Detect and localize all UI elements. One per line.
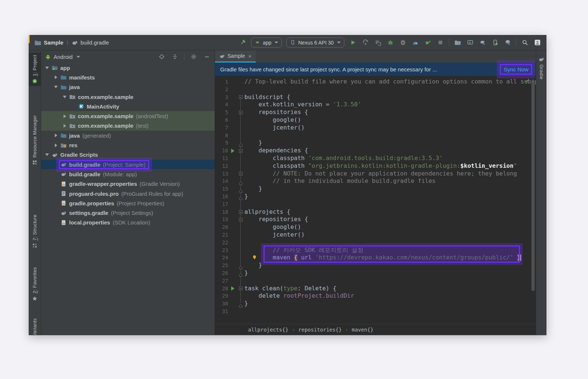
fold-marker-icon[interactable] — [237, 264, 244, 268]
device-file-explorer-button[interactable] — [453, 39, 462, 47]
tree-item-app[interactable]: app — [41, 63, 215, 72]
device-manager-button[interactable] — [491, 39, 499, 47]
attach-debugger-process-button[interactable] — [424, 39, 432, 47]
code-line-2[interactable]: 2 — [215, 86, 536, 93]
collapse-arrow-icon[interactable] — [53, 134, 59, 137]
code-line-5[interactable]: 5 repositories { — [215, 109, 536, 116]
sync-project-gradle-button[interactable] — [478, 39, 487, 47]
fold-marker-icon[interactable] — [237, 210, 244, 214]
intention-bulb-icon[interactable] — [252, 255, 258, 261]
code-line-26[interactable]: 26} — [215, 269, 536, 277]
tree-item-manifests[interactable]: manifests — [41, 72, 215, 82]
tree-item-gradle-scripts[interactable]: Gradle Scripts — [41, 150, 215, 160]
tree-item-java[interactable]: java — [41, 82, 215, 92]
build-hammer-button[interactable] — [239, 39, 247, 47]
code-line-29[interactable]: 29 delete rootProject.buildDir — [215, 292, 536, 300]
hide-button[interactable] — [203, 53, 211, 61]
fold-marker-icon[interactable] — [237, 180, 244, 183]
code-line-17[interactable]: 17 — [215, 201, 536, 208]
search-everywhere-button[interactable] — [521, 39, 529, 47]
code-line-31[interactable]: 31 — [215, 308, 536, 315]
fold-marker-icon[interactable] — [237, 195, 244, 198]
code-line-9[interactable]: 9 } — [215, 139, 536, 147]
collapse-all-button[interactable] — [171, 53, 179, 61]
breadcrumb-item[interactable]: allprojects{} — [248, 327, 288, 333]
tree-item-local-properties[interactable]: local.properties(SDK Location) — [41, 218, 215, 227]
fold-marker-icon[interactable] — [237, 302, 244, 306]
stop-button[interactable] — [436, 39, 444, 47]
code-line-1[interactable]: 1// Top-level build file where you can a… — [215, 78, 536, 86]
apply-code-changes-button[interactable] — [374, 39, 382, 47]
apply-changes-restart-button[interactable] — [361, 39, 369, 47]
tree-item-com-example-sample[interactable]: com.example.sample(androidTest) — [41, 111, 215, 121]
tree-item-proguard-rules-pro[interactable]: proguard-rules.pro(ProGuard Rules for ap… — [41, 189, 215, 198]
code-line-4[interactable]: 4 ext.kotlin_version = '1.3.50' — [215, 101, 536, 109]
logcat-button[interactable] — [466, 39, 474, 47]
tool-window-button--structure[interactable]: 7: Structure — [29, 212, 41, 251]
fold-marker-icon[interactable] — [237, 172, 244, 176]
breadcrumb-item[interactable]: repositories{} — [298, 327, 342, 333]
debug-bug-button[interactable] — [386, 39, 394, 47]
sync-now-button[interactable]: Sync Now — [503, 66, 528, 72]
tree-item-gradle-wrapper-properties[interactable]: gradle-wrapper.properties(Gradle Version… — [41, 179, 215, 189]
code-line-15[interactable]: 15 } — [215, 185, 536, 193]
code-line-19[interactable]: 19 repositories { — [215, 216, 536, 223]
settings-gear-button[interactable] — [190, 53, 198, 61]
tree-item-com-example-sample[interactable]: com.example.sample(test) — [41, 121, 215, 131]
fold-marker-icon[interactable] — [237, 111, 244, 114]
tree-item-mainactivity[interactable]: MainActivity — [41, 102, 215, 111]
collapse-arrow-icon[interactable] — [53, 75, 59, 79]
tree-item-build-gradle[interactable]: build.gradle(Module: app) — [41, 169, 215, 179]
tree-item-java[interactable]: java(generated) — [41, 131, 215, 140]
tool-window-button--project[interactable]: 1: Project — [29, 53, 41, 86]
tree-item-res[interactable]: res — [41, 140, 215, 150]
tree-item-com-example-sample[interactable]: com.example.sample — [41, 92, 215, 102]
fold-marker-icon[interactable] — [237, 287, 244, 290]
run-gutter-icon[interactable] — [228, 149, 237, 153]
fold-marker-icon[interactable] — [237, 271, 244, 275]
breadcrumb-item[interactable]: maven{} — [352, 327, 373, 333]
locate-button[interactable] — [158, 53, 166, 61]
close-icon[interactable]: × — [248, 53, 251, 59]
code-line-13[interactable]: 13 // NOTE: Do not place your applicatio… — [215, 170, 536, 178]
project-view-selector[interactable]: Android — [54, 54, 73, 60]
code-line-25[interactable]: 25 } — [215, 262, 536, 269]
code-editor[interactable]: 1// Top-level build file where you can a… — [215, 76, 536, 324]
code-line-20[interactable]: 20 google() — [215, 223, 536, 231]
run-gutter-icon[interactable] — [228, 286, 237, 291]
code-line-11[interactable]: 11 classpath 'com.android.tools.build:gr… — [215, 155, 536, 162]
run-play-button[interactable] — [349, 39, 357, 47]
code-line-8[interactable]: 8 — [215, 132, 536, 139]
profiler-gauge-button[interactable] — [411, 39, 419, 47]
fold-marker-icon[interactable] — [237, 141, 244, 145]
expand-arrow-icon[interactable] — [44, 67, 50, 69]
fold-marker-icon[interactable] — [237, 187, 244, 191]
expand-arrow-icon[interactable] — [44, 153, 50, 156]
collapse-arrow-icon[interactable] — [62, 114, 68, 118]
fold-marker-icon[interactable] — [237, 95, 244, 99]
tool-window-button-resource-manager[interactable]: Resource Manager — [29, 113, 41, 167]
tree-item-settings-gradle[interactable]: settings.gradle(Project Settings) — [41, 208, 215, 217]
tree-item-gradle-properties[interactable]: gradle.properties(Project Properties) — [41, 198, 215, 208]
fold-marker-icon[interactable] — [237, 218, 244, 222]
user-avatar-button[interactable] — [533, 39, 541, 47]
code-line-27[interactable]: 27 — [215, 277, 536, 285]
code-line-18[interactable]: 18allprojects { — [215, 208, 536, 216]
expand-arrow-icon[interactable] — [62, 96, 68, 98]
code-line-7[interactable]: 7 jcenter() — [215, 124, 536, 132]
code-line-3[interactable]: 3buildscript { — [215, 93, 536, 101]
fold-marker-icon[interactable] — [237, 149, 244, 153]
expand-arrow-icon[interactable] — [53, 86, 59, 88]
code-line-12[interactable]: 12 classpath "org.jetbrains.kotlin:kotli… — [215, 162, 536, 170]
code-line-28[interactable]: 28task clean(type: Delete) { — [215, 285, 536, 293]
code-line-23[interactable]: 23 // 카카오 SDK 레포지토리 설정 — [215, 247, 536, 254]
collapse-arrow-icon[interactable] — [53, 144, 59, 147]
attach-debugger-button[interactable] — [399, 39, 407, 47]
tool-window-button-gradle[interactable]: Gradle — [536, 54, 546, 82]
chevron-down-icon[interactable] — [76, 56, 80, 58]
code-line-14[interactable]: 14 // in the individual module build.gra… — [215, 177, 536, 185]
sdk-manager-button[interactable] — [503, 39, 512, 47]
code-line-24[interactable]: 24 maven { url 'https://devrepo.kakao.co… — [215, 254, 536, 262]
tree-item-build-gradle[interactable]: build.gradle(Project: Sample) — [41, 160, 215, 169]
code-line-10[interactable]: 10 dependencies { — [215, 147, 536, 155]
